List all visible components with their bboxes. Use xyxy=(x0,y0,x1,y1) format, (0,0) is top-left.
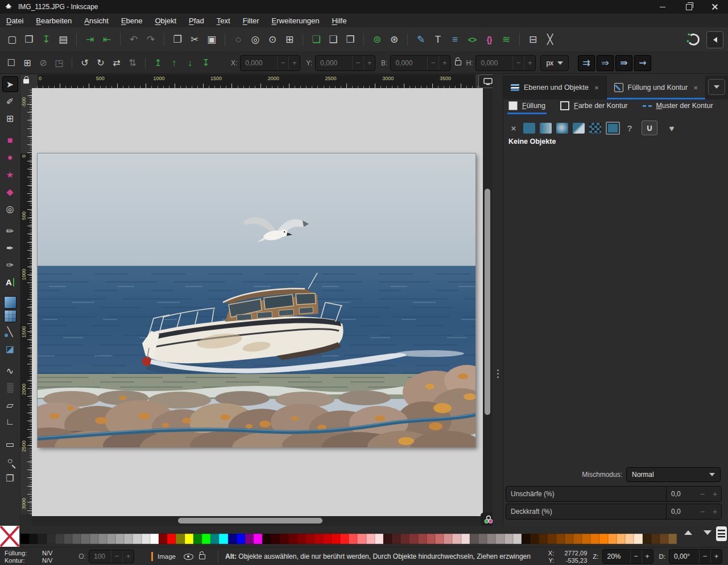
palette-swatch-ff8080[interactable] xyxy=(357,534,366,544)
text-dialog-icon[interactable]: T xyxy=(429,31,446,48)
current-layer-chip[interactable]: Image xyxy=(151,552,176,561)
menu-item-text[interactable]: Text xyxy=(210,15,237,27)
menu-item-filter[interactable]: Filter xyxy=(237,15,266,27)
palette-swatch-994d00[interactable] xyxy=(565,534,573,544)
zoom-page-icon[interactable]: ⊙ xyxy=(264,31,281,48)
palette-swatch-cc6600[interactable] xyxy=(582,534,590,544)
opacity-field[interactable]: 100 xyxy=(89,550,134,563)
lock-ratio-icon[interactable] xyxy=(455,60,461,65)
palette-swatch-2e2e2e[interactable] xyxy=(47,534,55,544)
fill-rule-evenodd-button[interactable]: ♥ xyxy=(664,121,679,135)
palette-swatch-990000[interactable] xyxy=(305,534,314,544)
palette-swatch-ff00ff[interactable] xyxy=(254,534,262,544)
dock-menu-button[interactable] xyxy=(708,79,725,95)
width-minus-button[interactable] xyxy=(427,56,439,70)
new-document-icon[interactable]: ▢ xyxy=(3,31,20,48)
palette-swatch-660000[interactable] xyxy=(288,534,297,544)
scale-corners-toggle-icon[interactable]: ⇒ xyxy=(597,55,614,71)
tab-fuellung[interactable]: Füllung xyxy=(508,101,545,114)
palette-swatch-ffe0e0[interactable] xyxy=(375,534,383,544)
layer-visibility-icon[interactable] xyxy=(184,554,193,560)
palette-swatch-5c5252[interactable] xyxy=(470,534,478,544)
palette-swatch-d48f8f[interactable] xyxy=(444,534,452,544)
palette-swatch-3d3d3d[interactable] xyxy=(55,534,64,544)
palette-swatch-5b5b5b[interactable] xyxy=(72,534,81,544)
rotate-cw-button[interactable] xyxy=(710,550,722,563)
palette-swatch-000000[interactable] xyxy=(20,534,29,544)
palette-swatch-66401f[interactable] xyxy=(660,534,668,544)
document-properties-icon[interactable]: ⊟ xyxy=(524,31,541,48)
zoom-tool[interactable]: ○ xyxy=(2,453,18,469)
close-tab-icon[interactable] xyxy=(693,84,698,92)
panel-resize-handle[interactable] xyxy=(493,74,503,526)
measure-tool[interactable]: ▭ xyxy=(2,436,18,452)
zoom-in-button[interactable] xyxy=(642,550,653,563)
opacity-minus-button[interactable] xyxy=(696,507,709,516)
x-field[interactable]: 0,000 xyxy=(240,55,300,71)
menu-item-objekt[interactable]: Objekt xyxy=(148,15,183,27)
palette-swatch-0000ff[interactable] xyxy=(237,534,245,544)
palette-swatch-1f1f1f[interactable] xyxy=(38,534,46,544)
select-touch-icon[interactable]: ◳ xyxy=(51,56,67,70)
layers-dialog-icon[interactable]: ≡ xyxy=(446,31,464,48)
opacity-plus-button[interactable] xyxy=(709,507,721,516)
palette-swatch-331414[interactable] xyxy=(383,534,392,544)
palette-swatch-6a6a6a[interactable] xyxy=(81,534,89,544)
horizontal-scrollbar[interactable] xyxy=(32,516,483,526)
palette-swatch-c66a6a[interactable] xyxy=(435,534,444,544)
y-minus-button[interactable] xyxy=(352,56,363,70)
palette-swatch-b30000[interactable] xyxy=(314,534,322,544)
rotate-ccw-button[interactable] xyxy=(699,550,710,563)
paint-unknown-button[interactable]: ? xyxy=(624,123,635,133)
palette-swatch-1a0d00[interactable] xyxy=(522,534,530,544)
palette-swatch-e67300[interactable] xyxy=(590,534,599,544)
duplicate-icon[interactable]: ❏ xyxy=(308,31,325,48)
y-plus-button[interactable] xyxy=(363,56,375,70)
minimize-button[interactable] xyxy=(650,0,676,14)
height-field[interactable]: 0,000 xyxy=(475,55,536,71)
palette-swatch-cc0000[interactable] xyxy=(323,534,332,544)
palette-swatch-008000[interactable] xyxy=(193,534,202,544)
zoom-out-button[interactable] xyxy=(630,550,642,563)
paint-radial-gradient-button[interactable] xyxy=(556,123,568,134)
node-tool[interactable]: ✐ xyxy=(2,93,18,109)
width-field[interactable]: 0,000 xyxy=(390,55,450,71)
scale-stroke-toggle-icon[interactable]: ⇉ xyxy=(578,55,595,71)
tweak-tool[interactable]: ∿ xyxy=(2,363,18,379)
vertical-scrollbar-thumb[interactable] xyxy=(485,189,490,415)
rotate-ccw-icon[interactable]: ↺ xyxy=(77,56,93,70)
collapse-snap-toolbar-button[interactable] xyxy=(706,31,723,48)
rotation-field[interactable]: 0,00° xyxy=(669,549,722,564)
pencil-tool[interactable]: ✏ xyxy=(2,223,18,239)
fill-rule-nonzero-button[interactable]: ∪ xyxy=(642,121,657,135)
zoom-selection-icon[interactable]: ◌ xyxy=(230,31,247,48)
fill-stroke-indicator[interactable]: Füllung:N/V Kontur:N/V xyxy=(5,550,52,564)
palette-swatch-1a0000[interactable] xyxy=(262,534,271,544)
palette-swatch-00ff00[interactable] xyxy=(202,534,210,544)
no-color-swatch[interactable] xyxy=(0,526,19,547)
palette-swatch-888888[interactable] xyxy=(98,534,107,544)
preferences-icon[interactable]: ╳ xyxy=(541,31,559,48)
x-plus-button[interactable] xyxy=(288,56,300,70)
palette-swatch-00ffff[interactable] xyxy=(219,534,228,544)
menu-item-ansicht[interactable]: Ansicht xyxy=(78,15,115,27)
redo-icon[interactable]: ↷ xyxy=(142,31,159,48)
opacity-plus-button[interactable] xyxy=(122,550,134,563)
zoom-field[interactable]: 20% xyxy=(602,549,653,564)
horizontal-ruler[interactable]: 0500100015002000250030003500 xyxy=(32,74,483,88)
open-document-icon[interactable]: ❒ xyxy=(20,31,38,48)
paint-linear-gradient-button[interactable] xyxy=(540,123,552,134)
zoom-drawing-icon[interactable]: ◎ xyxy=(247,31,264,48)
select-all-icon[interactable]: ☐ xyxy=(3,56,19,70)
blur-plus-button[interactable] xyxy=(709,489,721,498)
rotate-cw-icon[interactable]: ↻ xyxy=(93,56,109,70)
palette-swatch-800080[interactable] xyxy=(245,534,254,544)
paint-pattern-button[interactable] xyxy=(589,123,601,134)
palette-swatch-e3b5b5[interactable] xyxy=(452,534,461,544)
palette-swatch-4d1f1f[interactable] xyxy=(392,534,400,544)
spiral-tool[interactable]: ◎ xyxy=(2,201,18,217)
pen-tool[interactable]: ✒ xyxy=(2,240,18,256)
paint-none-button[interactable]: × xyxy=(508,123,519,133)
palette-swatch-4d3014[interactable] xyxy=(651,534,660,544)
palette-swatch-ff8000[interactable] xyxy=(599,534,608,544)
